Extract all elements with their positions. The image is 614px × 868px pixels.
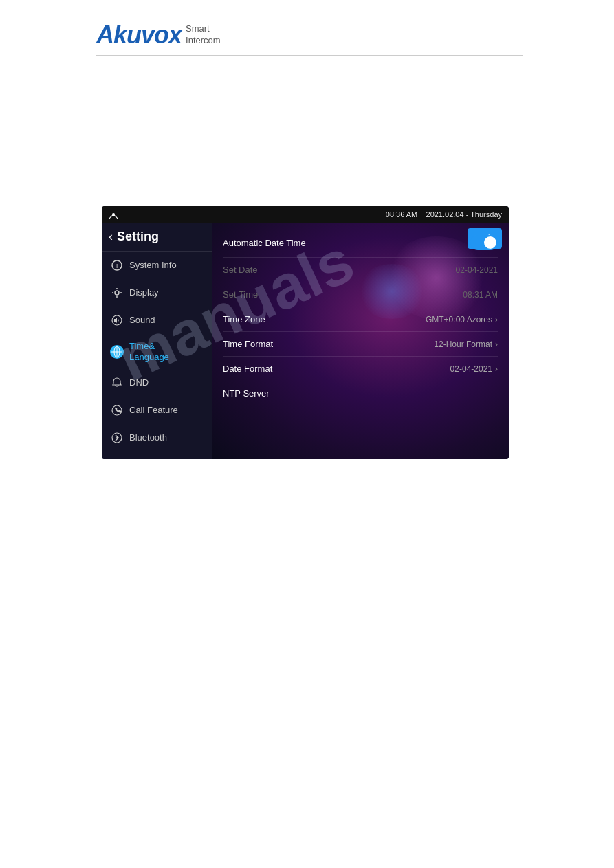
setting-row-time-format[interactable]: Time Format 12-Hour Format › [223,332,498,357]
system-info-icon: i [110,258,124,272]
time-format-value: 12-Hour Format [434,340,492,349]
status-bar-left [109,210,118,219]
status-bar: 08:36 AM 2021.02.04 - Thursday [102,206,509,223]
set-time-value: 08:31 AM [463,290,498,300]
display-icon [110,286,124,300]
main-content: ‹ Setting i System Info [102,223,509,459]
time-format-value-container: 12-Hour Format › [434,340,498,349]
sidebar-item-system-info[interactable]: i System Info [102,252,212,279]
setting-row-time-zone[interactable]: Time Zone GMT+0:00 Azores › [223,307,498,332]
bluetooth-label: Bluetooth [129,432,167,443]
set-date-value: 02-04-2021 [456,265,498,275]
setting-row-set-time: Set Time 08:31 AM [223,282,498,307]
sound-label: Sound [129,315,155,326]
settings-rows: Automatic Date Time Set Date 02-04-2021 … [212,223,509,405]
system-info-label: System Info [129,260,177,271]
date-format-value: 02-04-2021 [450,364,492,374]
display-label: Display [129,287,159,298]
back-button[interactable]: ‹ [109,230,113,244]
date-format-chevron-icon: › [495,364,498,374]
setting-row-set-date: Set Date 02-04-2021 [223,258,498,282]
settings-title: Setting [117,230,159,244]
status-time: 08:36 AM [386,210,417,219]
status-date: 2021.02.04 - Thursday [426,210,502,219]
time-zone-chevron-icon: › [495,315,498,324]
sidebar-item-sound[interactable]: Sound [102,307,212,334]
device-screenshot: 08:36 AM 2021.02.04 - Thursday ‹ Setting [102,206,509,459]
sidebar-item-bluetooth[interactable]: Bluetooth [102,424,212,452]
time-format-chevron-icon: › [495,340,498,349]
status-datetime: 08:36 AM 2021.02.04 - Thursday [386,210,502,219]
logo-intercom: Intercom [186,35,221,47]
svg-point-3 [115,291,119,295]
setting-row-ntp-server[interactable]: NTP Server [223,381,498,405]
sidebar: ‹ Setting i System Info [102,223,212,459]
network-icon [109,210,118,219]
call-feature-label: Call Feature [129,405,178,416]
sidebar-item-dnd[interactable]: DND [102,369,212,397]
setting-row-date-format[interactable]: Date Format 02-04-2021 › [223,357,498,381]
logo-tagline: Smart Intercom [186,23,221,47]
logo-akuvox: Akuvox [96,21,182,49]
bluetooth-icon [110,431,124,445]
sound-icon [110,313,124,327]
call-feature-icon [110,403,124,417]
logo-area: Akuvox Smart Intercom [96,21,523,56]
time-language-icon [110,345,124,359]
svg-text:i: i [116,262,118,269]
dnd-label: DND [129,377,149,388]
auto-date-time-toggle[interactable] [470,235,498,250]
set-time-label: Set Time [223,289,258,300]
time-zone-value-container: GMT+0:00 Azores › [426,315,498,324]
sidebar-item-display[interactable]: Display [102,279,212,307]
ntp-server-label: NTP Server [223,388,270,399]
auto-date-time-label: Automatic Date Time [223,238,306,248]
time-format-label: Time Format [223,339,273,349]
setting-row-auto-date-time[interactable]: Automatic Date Time [223,228,498,258]
time-language-label: Time&Language [129,341,169,362]
date-format-value-container: 02-04-2021 › [450,364,498,374]
right-panel: Automatic Date Time Set Date 02-04-2021 … [212,223,509,459]
date-format-label: Date Format [223,364,272,374]
set-date-label: Set Date [223,265,258,275]
sidebar-menu: i System Info [102,252,212,459]
sidebar-item-call-feature[interactable]: Call Feature [102,397,212,424]
settings-header: ‹ Setting [102,223,212,252]
time-zone-label: Time Zone [223,314,265,324]
time-zone-value: GMT+0:00 Azores [426,315,492,324]
logo-smart: Smart [186,23,221,35]
sidebar-item-time-language[interactable]: Time&Language [102,334,212,369]
dnd-icon [110,376,124,390]
